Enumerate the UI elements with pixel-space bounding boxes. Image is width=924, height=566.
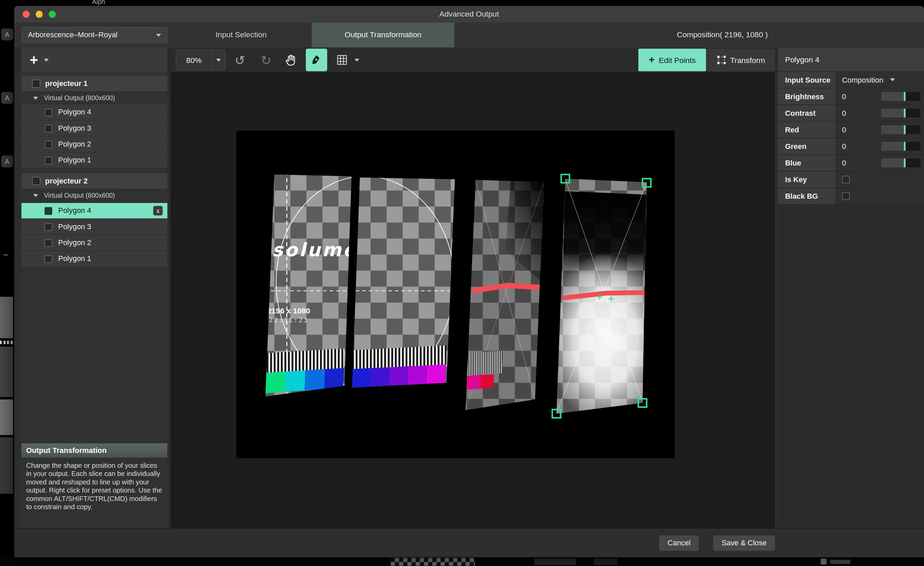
black-bg-checkbox[interactable]: [842, 192, 850, 200]
close-window-button[interactable]: [23, 11, 30, 18]
tab-input-selection[interactable]: Input Selection: [170, 23, 312, 48]
minimize-window-button[interactable]: [36, 11, 43, 18]
tree-virtual-output-1[interactable]: Virtual Output (800x600): [21, 91, 167, 105]
green-slider[interactable]: [881, 142, 921, 151]
tree-group-projecteur-1[interactable]: projecteur 1: [21, 76, 167, 92]
tree-item-polygon[interactable]: Polygon 2: [21, 136, 167, 152]
edit-points-button[interactable]: + Edit Points: [639, 49, 706, 72]
property-label: Black BG: [778, 188, 836, 204]
undo-button[interactable]: ↺: [229, 50, 250, 70]
background-marker: [0, 341, 13, 344]
contrast-slider[interactable]: [881, 109, 921, 117]
tree-item-label: Polygon 2: [58, 140, 91, 148]
help-panel: Output Transformation Change the shape o…: [21, 443, 167, 529]
property-row-red: Red 0: [778, 121, 924, 138]
zoom-dropdown[interactable]: 80%: [176, 50, 226, 70]
redo-button[interactable]: ↻: [255, 50, 277, 70]
property-value[interactable]: 0: [842, 93, 846, 101]
tree-item-polygon[interactable]: Polygon 2: [21, 235, 167, 251]
red-slider[interactable]: [881, 125, 921, 134]
background-thumbnail: [0, 297, 13, 338]
test-pattern-logo: solume: [272, 239, 357, 261]
plus-icon: +: [649, 54, 654, 66]
brightness-slider[interactable]: [881, 92, 921, 101]
layer-badge[interactable]: A: [2, 92, 13, 104]
group-label: projecteur 1: [45, 79, 87, 88]
grid-options-button[interactable]: [352, 50, 362, 70]
property-value[interactable]: 0: [842, 126, 846, 134]
output-canvas[interactable]: solume 2196 x 1080 22:31:23: [170, 72, 775, 528]
checkbox[interactable]: [44, 124, 52, 132]
header-row: Arborescence–Mont–Royal Input Selection …: [14, 23, 924, 48]
tab-output-transformation[interactable]: Output Transformation: [312, 23, 454, 48]
slider-handle[interactable]: [904, 159, 905, 167]
preset-dropdown[interactable]: Arborescence–Mont–Royal: [21, 27, 167, 43]
is-key-checkbox[interactable]: [842, 176, 850, 183]
transform-button[interactable]: Transform: [706, 49, 775, 72]
pen-tool-icon: [310, 54, 322, 66]
test-pattern-timecode: 22:31:23: [269, 316, 309, 323]
slider-handle[interactable]: [904, 142, 905, 151]
tree-item-polygon[interactable]: Polygon 3: [21, 121, 167, 136]
checkbox[interactable]: [32, 177, 40, 185]
cancel-button[interactable]: Cancel: [659, 535, 699, 551]
slice-properties-panel: Polygon 4 Input Source Composition Brigh…: [778, 47, 924, 528]
input-source-value: Composition: [842, 76, 884, 84]
tree-item-label: Polygon 3: [58, 222, 91, 231]
property-row-is-key: Is Key: [778, 172, 924, 188]
tree-item-polygon[interactable]: Polygon 4: [21, 105, 167, 121]
tree-item-label: Polygon 1: [58, 156, 91, 165]
tree-virtual-output-2[interactable]: Virtual Output (800x600): [21, 189, 167, 202]
add-device-button[interactable]: +: [30, 54, 38, 66]
edit-tool-button[interactable]: [306, 49, 327, 72]
grid-toggle-button[interactable]: [331, 50, 352, 70]
redo-icon: ↻: [261, 54, 271, 66]
background-thumbnail: [0, 400, 13, 435]
window-titlebar[interactable]: Advanced Output: [14, 6, 924, 23]
zoom-window-button[interactable]: [49, 11, 56, 18]
tree-item-polygon[interactable]: Polygon 1: [21, 153, 167, 169]
tree-item-label: Polygon 4: [58, 207, 91, 215]
grid-icon: [337, 54, 348, 65]
slider-handle[interactable]: [904, 109, 905, 117]
checkbox[interactable]: [32, 79, 40, 88]
checkbox[interactable]: [44, 207, 52, 215]
group-label: projecteur 2: [45, 177, 87, 185]
checkbox[interactable]: [44, 223, 52, 231]
tree-item-polygon-selected[interactable]: Polygon 4 x: [21, 203, 167, 219]
background-glyph: [821, 559, 827, 565]
layer-badge[interactable]: A: [2, 156, 13, 167]
slider-handle[interactable]: [904, 92, 905, 101]
slider-handle[interactable]: [904, 125, 905, 134]
checkbox[interactable]: [44, 255, 52, 263]
tree-group-projecteur-2[interactable]: projecteur 2: [21, 173, 167, 189]
input-source-dropdown[interactable]: Composition: [836, 72, 924, 88]
background-thumbnail: [0, 347, 13, 397]
checkbox[interactable]: [44, 141, 52, 148]
tree-item-polygon[interactable]: Polygon 3: [21, 219, 167, 235]
save-close-button[interactable]: Save & Close: [713, 535, 775, 551]
disclosure-triangle-icon[interactable]: [33, 96, 38, 100]
disclosure-triangle-icon[interactable]: [33, 194, 38, 197]
property-row-contrast: Contrast 0: [778, 105, 924, 121]
property-value[interactable]: 0: [842, 159, 846, 167]
checkbox[interactable]: [44, 156, 52, 164]
chevron-down-icon[interactable]: [44, 58, 49, 61]
test-pattern-resolution: 2196 x 1080: [267, 306, 310, 315]
pan-tool-button[interactable]: [280, 50, 302, 70]
checkbox[interactable]: [44, 239, 52, 247]
layer-badge[interactable]: A: [2, 28, 13, 40]
close-icon[interactable]: x: [153, 206, 163, 215]
tree-item-polygon[interactable]: Polygon 1: [21, 251, 167, 267]
property-value[interactable]: 0: [842, 109, 846, 117]
background-minus-text: –: [4, 249, 9, 259]
checkbox[interactable]: [44, 108, 52, 116]
property-row-input-source: Input Source Composition: [778, 72, 924, 88]
blue-slider[interactable]: [881, 159, 921, 167]
composition-size-label: Composition( 2196, 1080 ): [677, 23, 768, 48]
property-label: Is Key: [778, 172, 836, 187]
property-label: Brightness: [778, 88, 836, 104]
property-label: Contrast: [778, 105, 836, 121]
property-value[interactable]: 0: [842, 142, 846, 151]
composition-preview[interactable]: solume 2196 x 1080 22:31:23: [170, 72, 775, 528]
